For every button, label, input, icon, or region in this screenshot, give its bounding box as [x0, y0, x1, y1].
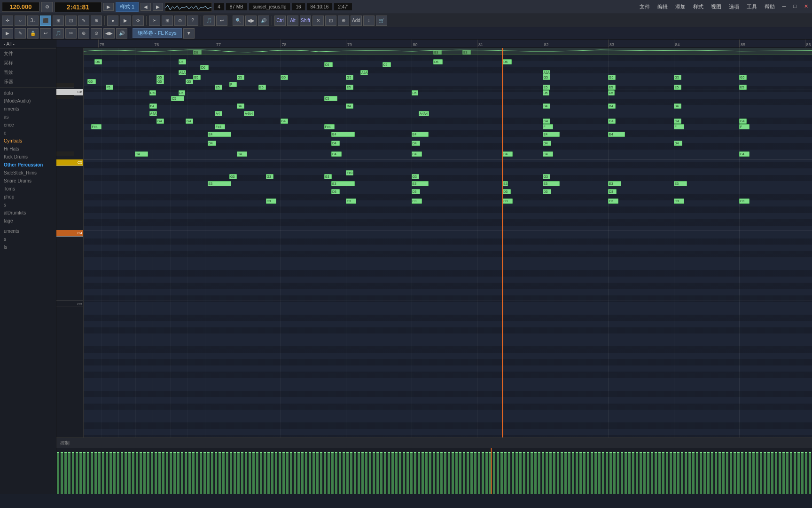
note-e5-2[interactable]: E5 — [258, 85, 266, 90]
sidebar-modeaudio[interactable]: (ModeAudio) — [0, 97, 56, 105]
style-label[interactable]: 样式 1 — [116, 2, 139, 12]
sidebar-instrument[interactable]: 乐器 — [0, 77, 56, 87]
note-b4-6[interactable]: B4 — [674, 103, 681, 109]
note-d6-3[interactable]: D6 — [433, 59, 443, 64]
note-d3-5[interactable]: D3 — [608, 189, 617, 194]
note-b4-1[interactable]: B4 — [149, 103, 157, 109]
sidebar-hihats[interactable]: Hi Hats — [0, 145, 56, 153]
note-b4-4[interactable]: B4 — [543, 103, 550, 109]
note-g5-5[interactable]: G5 — [193, 75, 201, 80]
note-g4-3[interactable]: G4 — [281, 119, 288, 124]
velocity-area[interactable] — [56, 448, 812, 494]
note-e5-6[interactable]: E5 — [674, 85, 681, 90]
note-c6-1[interactable]: C6 — [324, 62, 333, 67]
pr-undo[interactable]: ↩ — [40, 28, 51, 39]
menu-add[interactable]: 添加 — [673, 2, 687, 11]
note-g5-11[interactable]: G5 — [674, 75, 681, 80]
note-b4-5[interactable]: B4 — [608, 103, 616, 109]
tool-move[interactable]: ✛ — [2, 16, 13, 26]
sidebar-kickdrums[interactable]: Kick Drums — [0, 153, 56, 161]
sidebar-toms[interactable]: Toms — [0, 185, 56, 193]
sidebar-file[interactable]: 文件 — [0, 49, 56, 58]
note-d3-2[interactable]: D3 — [412, 189, 420, 194]
pr-note[interactable]: 🎵 — [53, 28, 64, 39]
sidebar-nments[interactable]: nments — [0, 105, 56, 113]
note-d5-3[interactable]: D5 — [412, 90, 418, 95]
tool-ctrl[interactable]: Ctrl — [274, 16, 286, 26]
note-g5-7[interactable]: G5 — [281, 75, 288, 80]
menu-options[interactable]: 选项 — [727, 2, 741, 11]
sidebar-snare[interactable]: Snare Drums — [0, 177, 56, 185]
key-c4[interactable]: C4 — [56, 230, 84, 237]
menu-edit[interactable]: 编辑 — [656, 2, 670, 11]
note-d3-4[interactable]: D3 — [543, 189, 551, 194]
close-btn[interactable]: ✕ — [802, 2, 810, 11]
note-e4-5[interactable]: E4 — [608, 132, 625, 137]
note-e3-2[interactable]: E3 — [331, 181, 355, 186]
note-c4-4[interactable]: C4 — [412, 151, 422, 157]
grid-area[interactable]: // Rows rendered via CSS background grad… — [84, 48, 812, 437]
note-e5-1[interactable]: E5 — [215, 85, 222, 90]
pr-audio[interactable]: 🔊 — [116, 28, 127, 39]
note-c3-5[interactable]: C3 — [608, 198, 618, 204]
sidebar-as[interactable]: as — [0, 113, 56, 121]
note-g3-3[interactable]: G3 — [324, 174, 332, 179]
menu-tools[interactable]: 工具 — [745, 2, 759, 11]
note-g5-3[interactable]: G5 — [186, 79, 193, 84]
note-d4-5[interactable]: D4 — [543, 141, 551, 146]
note-d3-1[interactable]: D3 — [331, 189, 340, 194]
sidebar-cymbals[interactable]: Cymbals — [0, 137, 56, 145]
note-g5-6[interactable]: G5 — [237, 75, 244, 80]
note-c4-7[interactable]: C4 — [739, 151, 750, 157]
tool-midi[interactable]: 🎵 — [203, 16, 215, 26]
pr-zoom[interactable]: ◀▶ — [103, 28, 115, 39]
sidebar-phop[interactable]: phop — [0, 193, 56, 201]
note-a4-3[interactable]: A4A4 — [244, 111, 254, 116]
tool-draw[interactable]: ○ — [15, 16, 26, 26]
note-g4-6[interactable]: G4 — [674, 119, 681, 124]
note-b4-3[interactable]: B4 — [346, 103, 353, 109]
note-g4-4[interactable]: G4 — [543, 119, 550, 124]
pr-cut[interactable]: ✂ — [65, 28, 77, 39]
note-g5-1[interactable]: G5 — [87, 79, 96, 84]
sidebar-uments[interactable]: uments — [0, 227, 56, 235]
play-btn[interactable]: ▶ — [103, 3, 114, 11]
note-f4-4[interactable]: F — [543, 124, 553, 129]
note-e3-6[interactable]: E3 — [608, 181, 621, 186]
sidebar-sample[interactable]: 采样 — [0, 58, 56, 68]
tool-3[interactable]: 3↓ — [27, 16, 39, 26]
tool-audio[interactable]: 🔊 — [258, 16, 269, 26]
tool-play2[interactable]: ▶ — [120, 16, 131, 26]
note-c3-1[interactable]: C3 — [266, 198, 276, 204]
note-d4-6[interactable]: D4 — [674, 141, 682, 146]
note-g5-9[interactable]: G5 — [543, 75, 550, 80]
tool-zoom2[interactable]: ◀▶ — [245, 16, 257, 26]
maximize-btn[interactable]: □ — [791, 2, 798, 11]
note-g3-4[interactable]: G3 — [412, 174, 419, 179]
note-c3-6[interactable]: C3 — [674, 198, 684, 204]
note-c3-4[interactable]: C3 — [502, 198, 513, 204]
note-d4-1[interactable]: D4 — [208, 141, 216, 146]
note-g5-8[interactable]: G5 — [346, 75, 353, 80]
note-d6-4[interactable]: D6 — [502, 59, 512, 64]
note-d5-1[interactable]: D5D5 — [149, 90, 156, 95]
note-g4-1[interactable]: G4 — [156, 119, 164, 124]
note-g5-10[interactable]: G5 — [608, 75, 616, 80]
note-c3-2[interactable]: C3 — [346, 198, 356, 204]
note-d6-1[interactable]: D6 — [94, 59, 102, 64]
note-f-1[interactable]: F — [229, 82, 237, 87]
pr-play[interactable]: ▶ — [2, 28, 13, 39]
sidebar-aldrumkits[interactable]: alDrumkits — [0, 209, 56, 217]
note-d3-3[interactable]: D3 — [502, 189, 511, 194]
sidebar-ls[interactable]: ls — [0, 243, 56, 251]
sidebar-fx[interactable]: 音效 — [0, 68, 56, 77]
key-c3[interactable]: C3 — [56, 301, 84, 307]
note-d5-4[interactable]: D5 — [543, 90, 549, 95]
note-c4-6[interactable]: C4 — [543, 151, 553, 157]
note-g4-5[interactable]: G4 — [608, 119, 616, 124]
note-g3-2[interactable]: G3 — [266, 174, 273, 179]
note-e4-1[interactable]: E4 — [208, 132, 231, 137]
tool-loop[interactable]: ⟳ — [133, 16, 144, 26]
tool-paste[interactable]: ⊕ — [338, 16, 349, 26]
settings-btn[interactable]: ⚙ — [41, 2, 53, 12]
